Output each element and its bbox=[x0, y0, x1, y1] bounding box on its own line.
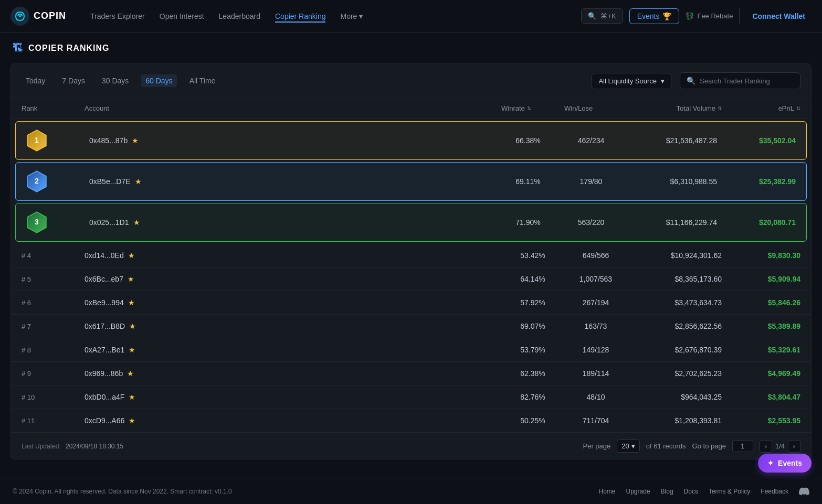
winlose-cell: 649/566 bbox=[564, 251, 627, 260]
rank-cell: # 10 bbox=[22, 393, 85, 401]
table-row[interactable]: # 10 0xbD0...a4F ★ 82.76% 48/10 $964,043… bbox=[11, 385, 811, 409]
favorite-star-icon[interactable]: ★ bbox=[129, 322, 136, 330]
rebate-icon: 💱 bbox=[686, 12, 694, 20]
favorite-star-icon[interactable]: ★ bbox=[127, 369, 134, 378]
table-row[interactable]: # 4 0xd14...0Ed ★ 53.42% 649/566 $10,924… bbox=[11, 244, 811, 267]
time-30days[interactable]: 30 Days bbox=[98, 74, 133, 87]
rank-cell: # 7 bbox=[22, 322, 85, 330]
account-cell[interactable]: 0xA27...Be1 ★ bbox=[85, 346, 501, 354]
header-right: 🔍 ⌘+K Events 🏆 💱 Fee Rebate Connect Wall… bbox=[581, 8, 812, 24]
epnl-cell: $5,329.61 bbox=[722, 346, 800, 354]
winrate-cell: 53.42% bbox=[501, 251, 564, 260]
favorite-star-icon[interactable]: ★ bbox=[129, 346, 135, 354]
winrate-cell: 69.11% bbox=[497, 177, 560, 186]
epnl-cell: $2,553.95 bbox=[722, 416, 800, 425]
nav-more[interactable]: More ▾ bbox=[340, 12, 363, 20]
col-epnl[interactable]: ePnL ⇅ bbox=[722, 104, 800, 112]
rank-number: # 4 bbox=[22, 252, 31, 260]
events-button[interactable]: Events 🏆 bbox=[629, 8, 680, 24]
table-row[interactable]: # 11 0xcD9...A66 ★ 50.25% 711/704 $1,208… bbox=[11, 409, 811, 433]
account-cell[interactable]: 0x617...B8D ★ bbox=[85, 322, 501, 330]
favorite-star-icon[interactable]: ★ bbox=[128, 298, 135, 307]
discord-icon[interactable] bbox=[799, 486, 809, 497]
nav-open-interest[interactable]: Open Interest bbox=[160, 10, 204, 23]
ranking-table-container: Today 7 Days 30 Days 60 Days All Time Al… bbox=[10, 63, 812, 459]
favorite-star-icon[interactable]: ★ bbox=[128, 251, 135, 260]
nav-leaderboard[interactable]: Leaderboard bbox=[219, 10, 260, 23]
table-row[interactable]: # 7 0x617...B8D ★ 69.07% 163/73 $2,856,6… bbox=[11, 315, 811, 338]
winlose-cell: 563/220 bbox=[560, 218, 623, 227]
account-cell[interactable]: 0xd14...0Ed ★ bbox=[85, 251, 501, 260]
fee-rebate-link[interactable]: 💱 Fee Rebate bbox=[686, 12, 733, 20]
account-cell[interactable]: 0x969...86b ★ bbox=[85, 369, 501, 378]
favorite-star-icon[interactable]: ★ bbox=[129, 393, 135, 401]
favorite-star-icon[interactable]: ★ bbox=[135, 177, 142, 186]
footer-terms[interactable]: Terms & Policy bbox=[709, 488, 750, 495]
chevron-down-icon: ▾ bbox=[631, 442, 635, 450]
col-winrate[interactable]: Winrate ⇅ bbox=[501, 104, 564, 112]
table-row[interactable]: # 6 0xBe9...994 ★ 57.92% 267/194 $3,473,… bbox=[11, 291, 811, 315]
table-row[interactable]: # 9 0x969...86b ★ 62.38% 189/114 $2,702,… bbox=[11, 362, 811, 385]
time-filters: Today 7 Days 30 Days 60 Days All Time bbox=[22, 74, 583, 87]
nav-traders-explorer[interactable]: Traders Explorer bbox=[90, 10, 145, 23]
account-cell[interactable]: 0xcD9...A66 ★ bbox=[85, 416, 501, 425]
favorite-star-icon[interactable]: ★ bbox=[133, 218, 140, 227]
account-address: 0xBe9...994 bbox=[85, 298, 124, 307]
favorite-star-icon[interactable]: ★ bbox=[132, 136, 139, 145]
nav-copier-ranking[interactable]: Copier Ranking bbox=[275, 10, 326, 23]
rank-cell: # 8 bbox=[22, 346, 85, 354]
rank-2-badge: 2 bbox=[26, 170, 47, 193]
winlose-cell: 48/10 bbox=[564, 393, 627, 401]
account-cell[interactable]: 0x6Bc...eb7 ★ bbox=[85, 275, 501, 283]
account-cell[interactable]: 0xbD0...a4F ★ bbox=[85, 393, 501, 401]
main-nav: Traders Explorer Open Interest Leaderboa… bbox=[90, 10, 564, 23]
next-page-button[interactable]: › bbox=[788, 440, 800, 453]
rank-number: # 10 bbox=[22, 393, 35, 401]
footer-feedback[interactable]: Feedback bbox=[761, 488, 788, 495]
winlose-cell: 462/234 bbox=[560, 136, 623, 145]
account-cell[interactable]: 0xB5e...D7E ★ bbox=[89, 177, 497, 186]
footer-upgrade[interactable]: Upgrade bbox=[626, 488, 650, 495]
prev-page-button[interactable]: ‹ bbox=[760, 440, 772, 453]
rank-number: # 5 bbox=[22, 275, 31, 283]
time-alltime[interactable]: All Time bbox=[185, 74, 220, 87]
time-60days[interactable]: 60 Days bbox=[141, 74, 176, 87]
epnl-cell: $25,382.99 bbox=[717, 177, 796, 186]
search-input[interactable] bbox=[700, 77, 794, 85]
account-address: 0x6Bc...eb7 bbox=[85, 275, 123, 283]
per-page-select[interactable]: 20 ▾ bbox=[617, 439, 639, 453]
favorite-star-icon[interactable]: ★ bbox=[129, 416, 135, 425]
footer-blog[interactable]: Blog bbox=[661, 488, 673, 495]
col-winlose: Win/Lose bbox=[564, 104, 627, 112]
global-search-button[interactable]: 🔍 ⌘+K bbox=[581, 8, 623, 24]
winrate-cell: 64.14% bbox=[501, 275, 564, 283]
footer-docs[interactable]: Docs bbox=[684, 488, 698, 495]
rank-cell: 3 bbox=[26, 211, 89, 234]
table-row[interactable]: # 8 0xA27...Be1 ★ 53.79% 149/128 $2,676,… bbox=[11, 338, 811, 362]
table-row[interactable]: 3 0x025...1D1 ★ 71.90% 563/220 $11,166,2… bbox=[15, 203, 807, 242]
account-cell[interactable]: 0x025...1D1 ★ bbox=[89, 218, 497, 227]
star-circle-icon: ✦ bbox=[767, 459, 774, 467]
footer-home[interactable]: Home bbox=[599, 488, 616, 495]
rank-cell: # 5 bbox=[22, 275, 85, 283]
rank-number: # 8 bbox=[22, 346, 31, 354]
svg-text:2: 2 bbox=[35, 177, 39, 185]
table-row[interactable]: 1 0x485...87b ★ 66.38% 462/234 $21,536,4… bbox=[15, 121, 807, 160]
liquidity-dropdown[interactable]: All Liquidity Source ▾ bbox=[592, 73, 671, 89]
page-input[interactable] bbox=[732, 440, 753, 452]
account-address: 0xB5e...D7E bbox=[89, 177, 131, 186]
connect-wallet-button[interactable]: Connect Wallet bbox=[746, 9, 812, 24]
table-row[interactable]: # 5 0x6Bc...eb7 ★ 64.14% 1,007/563 $8,36… bbox=[11, 267, 811, 291]
time-7days[interactable]: 7 Days bbox=[58, 74, 89, 87]
logo[interactable]: COPIN bbox=[10, 7, 73, 26]
volume-cell: $964,043.25 bbox=[627, 393, 722, 401]
time-today[interactable]: Today bbox=[22, 74, 49, 87]
chevron-down-icon: ▾ bbox=[359, 12, 363, 20]
account-cell[interactable]: 0x485...87b ★ bbox=[89, 136, 497, 145]
account-cell[interactable]: 0xBe9...994 ★ bbox=[85, 298, 501, 307]
favorite-star-icon[interactable]: ★ bbox=[128, 275, 134, 283]
col-volume[interactable]: Total Volume ⇅ bbox=[627, 104, 722, 112]
events-float-button[interactable]: ✦ Events bbox=[758, 454, 812, 473]
copier-ranking-icon: 🏗 bbox=[13, 42, 23, 54]
table-row[interactable]: 2 0xB5e...D7E ★ 69.11% 179/80 $6,310,988… bbox=[15, 162, 807, 201]
